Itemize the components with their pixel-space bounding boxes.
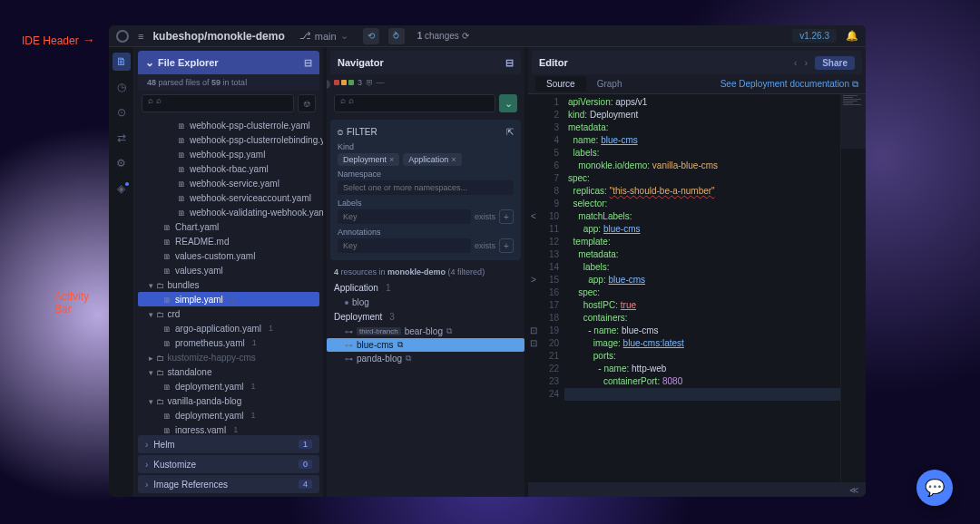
section-image-references[interactable]: Image References4 xyxy=(138,475,319,493)
file-item[interactable]: values.yaml xyxy=(138,263,319,277)
file-item[interactable]: webhook-psp.yaml xyxy=(138,147,319,161)
folder-icon xyxy=(149,367,164,377)
code-line[interactable]: spec: xyxy=(564,172,840,185)
file-item[interactable]: README.md xyxy=(138,234,319,248)
editor-tab-graph[interactable]: Graph xyxy=(586,76,633,92)
code-line[interactable]: labels: xyxy=(564,147,840,160)
code-line[interactable]: image: blue-cms:latest xyxy=(564,337,840,350)
activity-search-icon[interactable]: ⊙ xyxy=(113,103,131,121)
folder-item[interactable]: kustomize-happy-cms xyxy=(138,350,319,364)
filter-pin-icon[interactable]: ⇱ xyxy=(506,127,514,137)
code-line[interactable]: - name: http-web xyxy=(564,363,840,375)
problems-icon[interactable]: ≪ xyxy=(849,485,858,495)
code-line[interactable]: labels: xyxy=(564,261,840,274)
activity-git-icon[interactable]: ⇄ xyxy=(113,129,131,147)
folder-item[interactable]: vanilla-panda-blog xyxy=(138,393,319,408)
changes-indicator[interactable]: 1 changes ⟳ xyxy=(414,31,473,41)
code-line[interactable]: selector: xyxy=(564,198,840,210)
code-line[interactable]: - name: blue-cms xyxy=(564,325,840,337)
remove-tag-icon[interactable]: × xyxy=(451,155,456,164)
editor-back-button[interactable]: ‹ xyxy=(794,57,798,68)
menu-icon[interactable]: ≡ xyxy=(138,31,143,42)
collapse-icon[interactable]: ⊟ xyxy=(304,57,312,69)
folder-item[interactable]: crd xyxy=(138,306,319,321)
code-line[interactable]: ports: xyxy=(564,350,840,363)
kind-tag[interactable]: Application × xyxy=(403,153,461,166)
folder-icon xyxy=(149,353,164,363)
folder-item[interactable]: standalone xyxy=(138,364,319,379)
sync-right-button[interactable]: ⥁ xyxy=(388,28,405,44)
code-line[interactable]: replicas: "this-should-be-a-number" xyxy=(564,185,840,198)
navigator-search-input[interactable]: ⌕ xyxy=(334,94,495,112)
editor-forward-button[interactable]: › xyxy=(805,57,808,68)
file-item[interactable]: webhook-serviceaccount.yaml xyxy=(138,190,319,205)
kind-tag[interactable]: Deployment × xyxy=(338,153,399,166)
share-button[interactable]: Share xyxy=(815,56,855,70)
editor-tab-source[interactable]: Source xyxy=(535,76,586,92)
code-editor[interactable]: <>⊡⊡ 12345678910111213141516171819202122… xyxy=(528,94,866,482)
navigator-add-button[interactable]: ⌄ xyxy=(499,94,517,112)
activity-validate-icon[interactable]: ◈ xyxy=(113,180,131,198)
code-line[interactable]: metadata: xyxy=(564,121,840,134)
code-line[interactable]: metadata: xyxy=(564,248,840,261)
branch-selector[interactable]: main ⌄ xyxy=(294,28,354,44)
file-item[interactable]: Chart.yaml xyxy=(138,219,319,234)
code-line[interactable]: apiVersion: apps/v1 xyxy=(564,96,840,109)
sync-left-button[interactable]: ⟲ xyxy=(363,28,379,44)
annotations-add-button[interactable]: + xyxy=(499,238,514,253)
resource-item[interactable]: third-branch bear-blog ⧉ xyxy=(327,325,524,338)
file-filter-button[interactable]: ⎊ xyxy=(298,94,316,112)
file-item[interactable]: prometheus.yaml1 xyxy=(138,335,319,350)
code-line[interactable]: spec: xyxy=(564,286,840,299)
file-item[interactable]: webhook-psp-clusterrole.yaml xyxy=(138,118,319,132)
resource-group[interactable]: Deployment3 xyxy=(327,309,524,325)
file-item[interactable]: ingress.yaml1 xyxy=(138,422,319,433)
folder-item[interactable]: bundles xyxy=(138,277,319,292)
file-item[interactable]: webhook-psp-clusterrolebinding.yaml xyxy=(138,132,319,147)
activity-compass-icon[interactable]: ◷ xyxy=(113,78,131,96)
activity-explorer-icon[interactable]: 🗎 xyxy=(113,53,131,71)
file-item[interactable]: webhook-rbac.yaml xyxy=(138,161,319,176)
code-line[interactable]: containers: xyxy=(564,312,840,325)
code-line[interactable]: app: blue-cms xyxy=(564,223,840,236)
file-item[interactable]: deployment.yaml1 xyxy=(138,408,319,422)
deployment-doc-link[interactable]: See Deployment documentation ⧉ xyxy=(720,79,858,90)
resource-item[interactable]: panda-blog ⧉ xyxy=(327,352,524,365)
code-line[interactable]: containerPort: 8080 xyxy=(564,375,840,388)
chat-fab-button[interactable]: 💬 xyxy=(916,470,953,506)
file-item[interactable]: simple.yaml2 xyxy=(138,292,319,306)
labels-add-button[interactable]: + xyxy=(499,209,514,224)
minimap[interactable] xyxy=(840,94,866,482)
activity-settings-icon[interactable]: ⚙ xyxy=(113,154,131,172)
file-item[interactable]: webhook-validating-webhook.yaml xyxy=(138,205,319,219)
code-line[interactable]: kind: Deployment xyxy=(564,109,840,121)
code-line[interactable]: template: xyxy=(564,236,840,248)
file-icon xyxy=(178,208,186,218)
resource-item[interactable]: blue-cms ⧉ xyxy=(327,338,524,352)
file-item[interactable]: argo-application.yaml1 xyxy=(138,321,319,335)
folder-icon xyxy=(149,280,164,290)
code-line[interactable] xyxy=(564,388,840,401)
code-line[interactable]: hostIPC: true xyxy=(564,299,840,312)
notifications-icon[interactable]: 🔔 xyxy=(846,30,858,42)
namespace-select[interactable] xyxy=(338,180,514,195)
resource-item[interactable]: blog xyxy=(327,296,524,309)
file-icon xyxy=(163,425,172,434)
expand-icon[interactable]: ⊟ xyxy=(505,57,514,69)
remove-tag-icon[interactable]: × xyxy=(389,155,394,164)
annotations-key-input[interactable] xyxy=(338,238,471,253)
navigator-filter-box: FILTER⇱ Kind Deployment ×Application × N… xyxy=(330,120,521,260)
section-kustomize[interactable]: Kustomize0 xyxy=(138,455,319,473)
code-line[interactable]: monokle.io/demo: vanilla-blue-cms xyxy=(564,160,840,172)
resource-group[interactable]: Application1 xyxy=(327,280,524,296)
file-item[interactable]: webhook-service.yaml xyxy=(138,176,319,190)
code-line[interactable]: app: blue-cms xyxy=(564,274,840,286)
file-item[interactable]: values-custom.yaml xyxy=(138,248,319,263)
file-explorer-header[interactable]: File Explorer⊟ xyxy=(138,51,319,74)
labels-key-input[interactable] xyxy=(338,209,471,224)
code-line[interactable]: name: blue-cms xyxy=(564,134,840,147)
section-helm[interactable]: Helm1 xyxy=(138,435,319,453)
code-line[interactable]: matchLabels: xyxy=(564,210,840,223)
file-search-input[interactable]: ⌕ xyxy=(142,94,294,112)
file-item[interactable]: deployment.yaml1 xyxy=(138,379,319,393)
